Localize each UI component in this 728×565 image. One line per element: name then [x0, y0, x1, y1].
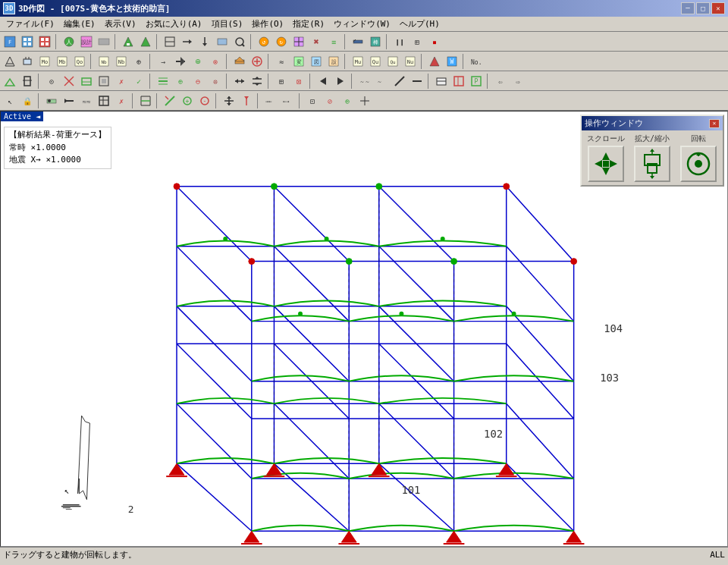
scroll-button[interactable]	[588, 146, 624, 182]
tb4-btn-1[interactable]: ↖	[2, 93, 18, 109]
tb-btn-6[interactable]	[96, 33, 112, 50]
tb2-btn-12[interactable]: ⊗	[207, 53, 224, 70]
tb3-btn-20[interactable]: ～	[374, 73, 391, 89]
tb2-btn-18[interactable]: 設	[325, 53, 342, 70]
tb2-btn-25[interactable]: No. 1001	[468, 53, 485, 70]
window-controls[interactable]: ─ □ ✕	[681, 2, 725, 14]
tb-btn-22[interactable]: ⊞	[409, 33, 425, 50]
tb4-btn-8[interactable]	[137, 93, 154, 109]
tb4-btn-11[interactable]: -	[196, 93, 213, 109]
tb4-btn-6[interactable]	[96, 93, 112, 109]
control-close-button[interactable]: ✕	[709, 119, 720, 128]
tb-btn-1[interactable]: F	[2, 33, 18, 50]
tb-btn-7[interactable]	[120, 33, 136, 50]
tb-btn-21[interactable]: ❙❙	[391, 33, 408, 50]
tb4-btn-7[interactable]: ✗	[113, 93, 130, 109]
tb-btn-12[interactable]	[214, 33, 231, 50]
tb2-btn-8[interactable]: ⊕	[130, 53, 147, 70]
tb2-btn-20[interactable]: Qu	[367, 53, 384, 70]
tb4-btn-5[interactable]: ≈≈	[78, 93, 95, 109]
tb3-btn-14[interactable]	[249, 73, 265, 89]
menu-window[interactable]: ウィンドウ(W)	[329, 17, 395, 31]
menu-operation[interactable]: 操作(O)	[247, 17, 288, 31]
tb3-btn-24[interactable]	[450, 73, 467, 89]
tb-btn-14[interactable]: ↺	[256, 33, 272, 50]
tb2-btn-2[interactable]	[19, 53, 36, 70]
tb-btn-5[interactable]: 設計	[78, 33, 95, 50]
menu-view[interactable]: 表示(V)	[100, 17, 141, 31]
tb3-btn-25[interactable]: P	[468, 73, 485, 89]
tb4-btn-3[interactable]	[43, 93, 60, 109]
tb4-btn-10[interactable]: +	[179, 93, 196, 109]
tb3-btn-3[interactable]: ⊙	[43, 73, 60, 89]
tb3-btn-18[interactable]	[332, 73, 349, 89]
tb-btn-4[interactable]: 人	[61, 33, 77, 50]
tb2-btn-6[interactable]: Nb	[96, 53, 112, 70]
tb3-btn-15[interactable]: ⊞	[273, 73, 290, 89]
tb2-btn-23[interactable]	[426, 53, 443, 70]
tb3-btn-19[interactable]: ～～	[356, 73, 373, 89]
tb3-btn-23[interactable]	[433, 73, 450, 89]
tb2-btn-11[interactable]: ⊕	[190, 53, 206, 70]
tb4-btn-18[interactable]: ⊕	[339, 93, 356, 109]
tb-btn-20[interactable]: 棒	[367, 33, 384, 50]
tb-btn-19[interactable]	[350, 33, 366, 50]
tb2-btn-24[interactable]: W	[444, 53, 460, 70]
control-window-title[interactable]: 操作ウィンドウ ✕	[582, 116, 723, 130]
tb-btn-18[interactable]: ≡	[325, 33, 342, 50]
tb3-btn-27[interactable]: ⇨	[510, 73, 526, 89]
tb-btn-9[interactable]	[162, 33, 178, 50]
tb3-btn-22[interactable]	[409, 73, 425, 89]
tb3-btn-17[interactable]	[315, 73, 331, 89]
tb2-btn-14[interactable]	[249, 53, 265, 70]
tb2-btn-17[interactable]: 図	[308, 53, 325, 70]
tb-btn-17[interactable]: ✖	[308, 33, 325, 50]
menu-edit[interactable]: 編集(E)	[59, 17, 100, 31]
tb3-btn-10[interactable]: ⊕	[172, 73, 189, 89]
tb2-btn-19[interactable]: Mu	[350, 53, 366, 70]
tb2-btn-13[interactable]	[231, 53, 248, 70]
tb2-btn-16[interactable]: 変	[290, 53, 307, 70]
tb2-btn-7[interactable]: Nb	[113, 53, 130, 70]
tb3-btn-9[interactable]	[155, 73, 171, 89]
zoom-button[interactable]	[634, 146, 670, 182]
tb3-btn-12[interactable]: ❊	[207, 73, 224, 89]
menu-specify[interactable]: 指定(R)	[288, 17, 329, 31]
tb4-btn-2[interactable]: 🔒	[19, 93, 36, 109]
tb4-btn-4[interactable]	[61, 93, 77, 109]
tb2-btn-3[interactable]: Mo	[36, 53, 53, 70]
tb4-btn-9[interactable]	[162, 93, 178, 109]
tb-btn-11[interactable]	[196, 33, 213, 50]
menu-favorites[interactable]: お気に入り(A)	[141, 17, 207, 31]
tb2-btn-22[interactable]: Nu	[402, 53, 419, 70]
tb2-btn-15[interactable]: ≈	[273, 53, 290, 70]
tb3-btn-16[interactable]: ⊠	[290, 73, 307, 89]
rotate-button[interactable]	[680, 146, 717, 182]
tb-btn-15[interactable]: ↻	[273, 33, 290, 50]
tb-btn-23[interactable]: ▪	[426, 33, 443, 50]
tb-btn-10[interactable]	[179, 33, 196, 50]
tb3-btn-26[interactable]: ⇦	[492, 73, 509, 89]
tb-btn-13[interactable]	[231, 33, 248, 50]
tb3-btn-4[interactable]	[61, 73, 77, 89]
tb4-btn-15[interactable]: ←→	[280, 93, 297, 109]
menu-help[interactable]: ヘルプ(H)	[395, 17, 444, 31]
canvas-area[interactable]: Active ◄ 【解析結果-荷重ケース】 常時 ×1.0000 地震 X→ ×…	[1, 111, 727, 546]
tb3-btn-7[interactable]: ✗	[113, 73, 130, 89]
tb3-btn-1[interactable]	[2, 73, 18, 89]
minimize-button[interactable]: ─	[681, 2, 695, 14]
tb4-btn-12[interactable]	[221, 93, 237, 109]
tb3-btn-13[interactable]	[231, 73, 248, 89]
tb4-btn-13[interactable]	[238, 93, 255, 109]
tb2-btn-4[interactable]: Mb	[54, 53, 71, 70]
menu-file[interactable]: ファイル(F)	[2, 17, 59, 31]
tb4-btn-19[interactable]	[356, 93, 373, 109]
tb-btn-8[interactable]	[137, 33, 154, 50]
menu-item[interactable]: 項目(S)	[207, 17, 248, 31]
tb3-btn-8[interactable]: ✓	[130, 73, 147, 89]
tb3-btn-11[interactable]: ⊖	[190, 73, 206, 89]
close-button[interactable]: ✕	[711, 2, 725, 14]
tb2-btn-5[interactable]: Qo	[71, 53, 88, 70]
tb4-btn-17[interactable]: ⊘	[322, 93, 338, 109]
tb-btn-3[interactable]	[36, 33, 53, 50]
